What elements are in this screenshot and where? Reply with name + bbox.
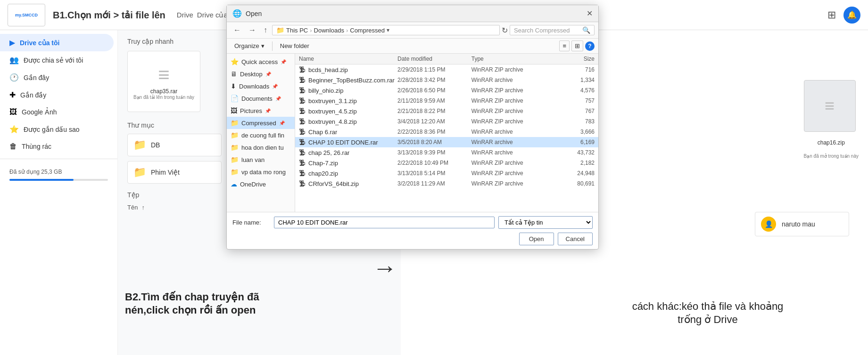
table-row[interactable]: 🗜bcds_head.zip 2/29/2018 1:15 PM WinRAR … <box>295 65 598 75</box>
documents-pin: 📌 <box>275 96 281 101</box>
ds-item-hoa-don[interactable]: 📁 hoa don dien tu <box>227 141 295 153</box>
file-list-panel: Name Date modified Type Size 🗜bcds_head.… <box>295 54 598 212</box>
quick-access-pin: 📌 <box>281 59 286 65</box>
file-icon: 🗜 <box>299 138 306 146</box>
table-row[interactable]: 🗜billy_ohio.zip 2/26/2018 6:50 PM WinRAR… <box>295 85 598 96</box>
file-icon: 🗜 <box>299 87 306 94</box>
ds-item-desktop[interactable]: 🖥 Desktop 📌 <box>227 68 295 80</box>
open-button[interactable]: Open <box>519 233 554 245</box>
dialog-toolbar: Organize ▾ New folder ≡ ⊞ ? <box>227 39 598 54</box>
addr-path-part1: This PC <box>286 27 308 34</box>
file-icon: 🗜 <box>299 128 306 136</box>
filename-label: File name: <box>232 219 270 226</box>
file-icon: 🗜 <box>299 107 306 115</box>
file-icon: 🗜 <box>299 149 306 156</box>
table-row[interactable]: 🗜CHAP 10 EDIT DONE.rar 3/5/2018 8:20 AM … <box>295 137 598 147</box>
table-row[interactable]: 🗜chap 25, 26.rar 3/13/2018 9:39 PM WinRA… <box>295 147 598 158</box>
table-row[interactable]: 🗜Chap 6.rar 2/22/2018 8:36 PM WinRAR arc… <box>295 127 598 137</box>
table-row[interactable]: 🗜CRforVS_64bit.zip 3/2/2018 11:29 AM Win… <box>295 178 598 189</box>
dialog-body: ⭐ Quick access 📌 🖥 Desktop 📌 ⬇ Downloads… <box>227 54 598 212</box>
filename-input[interactable] <box>274 217 495 228</box>
hoa-don-icon: 📁 <box>231 144 239 151</box>
desktop-icon: 🖥 <box>231 70 237 78</box>
back-button[interactable]: ← <box>231 25 244 35</box>
dialog-title-icon: 🌐 <box>232 9 242 18</box>
table-row[interactable]: 🗜chap20.zip 3/13/2018 5:14 PM WinRAR ZIP… <box>295 168 598 178</box>
toolbar-separator <box>272 41 273 51</box>
arrow-right-annotation: → <box>372 254 397 282</box>
de-cuong-icon: 📁 <box>231 131 239 139</box>
help-button[interactable]: ? <box>585 41 595 51</box>
onedrive-icon: ☁ <box>231 180 237 188</box>
desktop-pin: 📌 <box>265 72 271 77</box>
refresh-button[interactable]: ↻ <box>502 26 508 35</box>
file-icon: 🗜 <box>299 97 306 105</box>
file-list-header: Name Date modified Type Size <box>295 54 598 65</box>
addr-path-part3: Compressed <box>350 27 385 34</box>
ds-item-downloads[interactable]: ⬇ Downloads 📌 <box>227 80 295 92</box>
luan-van-icon: 📁 <box>231 156 239 163</box>
dialog-overlay: 🌐 Open ✕ ← → ↑ 📁 This PC › Downloads › C… <box>0 0 868 355</box>
cancel-button[interactable]: Cancel <box>558 233 593 245</box>
ds-item-de-cuong[interactable]: 📁 de cuong full fin <box>227 129 295 141</box>
file-icon: 🗜 <box>299 159 306 167</box>
organize-button[interactable]: Organize ▾ <box>231 40 268 51</box>
compressed-icon: 📁 <box>231 119 239 127</box>
dialog-close-button[interactable]: ✕ <box>587 9 593 18</box>
ds-item-luan-van[interactable]: 📁 luan van <box>227 153 295 166</box>
file-icon: 🗜 <box>299 66 306 73</box>
addr-path-part2: Downloads <box>314 27 344 34</box>
search-icon: 🔍 <box>582 26 590 34</box>
table-row[interactable]: 🗜boxtruyen_4.5.zip 2/21/2018 8:22 PM Win… <box>295 106 598 116</box>
dialog-sidebar: ⭐ Quick access 📌 🖥 Desktop 📌 ⬇ Downloads… <box>227 54 295 212</box>
address-bar: ← → ↑ 📁 This PC › Downloads › Compressed… <box>227 22 598 39</box>
dialog-bottom: File name: Tất cả Tệp tin Open Cancel <box>227 212 598 249</box>
up-button[interactable]: ↑ <box>261 25 270 35</box>
ds-item-pictures[interactable]: 🖼 Pictures 📌 <box>227 105 295 117</box>
search-placeholder-text: Search Compressed <box>514 27 570 34</box>
view-list-button[interactable]: ≡ <box>559 40 570 51</box>
dialog-actions: Open Cancel <box>232 233 593 245</box>
ds-item-vp-data[interactable]: 📁 vp data mo rong <box>227 166 295 178</box>
col-header-name[interactable]: Name <box>299 56 397 62</box>
filetype-select[interactable]: Tất cả Tệp tin <box>498 216 593 229</box>
quick-access-icon: ⭐ <box>231 58 239 65</box>
ds-item-documents[interactable]: 📄 Documents 📌 <box>227 92 295 105</box>
col-header-type[interactable]: Type <box>471 56 546 62</box>
compressed-pin: 📌 <box>279 121 285 126</box>
table-row[interactable]: 🗜Chap-7.zip 2/22/2018 10:49 PM WinRAR ZI… <box>295 158 598 168</box>
open-dialog: 🌐 Open ✕ ← → ↑ 📁 This PC › Downloads › C… <box>226 5 599 250</box>
ds-item-compressed[interactable]: 📁 Compressed 📌 <box>227 117 295 129</box>
documents-icon: 📄 <box>231 95 239 102</box>
file-icon: 🗜 <box>299 169 306 177</box>
file-list: 🗜bcds_head.zip 2/29/2018 1:15 PM WinRAR … <box>295 65 598 212</box>
dialog-titlebar: 🌐 Open ✕ <box>227 5 598 22</box>
dialog-title-text: Open <box>246 10 583 17</box>
search-box[interactable]: Search Compressed 🔍 <box>510 25 595 35</box>
filename-row: File name: Tất cả Tệp tin <box>232 216 593 229</box>
downloads-icon: ⬇ <box>231 82 236 90</box>
addr-dropdown-button[interactable]: ▾ <box>387 27 389 33</box>
forward-button[interactable]: → <box>246 25 259 35</box>
file-icon: 🗜 <box>299 180 306 187</box>
downloads-pin: 📌 <box>272 84 278 89</box>
col-header-size[interactable]: Size <box>546 56 595 62</box>
addr-path-home-icon: 📁 <box>276 26 284 34</box>
address-path[interactable]: 📁 This PC › Downloads › Compressed ▾ <box>272 25 500 35</box>
ds-item-onedrive[interactable]: ☁ OneDrive <box>227 178 295 190</box>
table-row[interactable]: 🗜boxtruyen_4.8.zip 3/4/2018 12:20 AM Win… <box>295 116 598 127</box>
pictures-pin: 📌 <box>265 108 271 113</box>
col-header-date[interactable]: Date modified <box>397 56 471 62</box>
table-row[interactable]: 🗜Beginner_TopBestBuzz.com.rar 2/28/2018 … <box>295 75 598 85</box>
file-icon: 🗜 <box>299 118 306 125</box>
vp-data-icon: 📁 <box>231 168 239 176</box>
ds-item-quick-access[interactable]: ⭐ Quick access 📌 <box>227 56 295 68</box>
file-icon: 🗜 <box>299 76 306 84</box>
pictures-icon: 🖼 <box>231 107 237 114</box>
new-folder-button[interactable]: New folder <box>276 40 313 51</box>
organize-dropdown-icon: ▾ <box>261 42 265 49</box>
view-grid-button[interactable]: ⊞ <box>571 40 583 51</box>
table-row[interactable]: 🗜boxtruyen_3.1.zip 2/11/2018 9:59 AM Win… <box>295 96 598 106</box>
